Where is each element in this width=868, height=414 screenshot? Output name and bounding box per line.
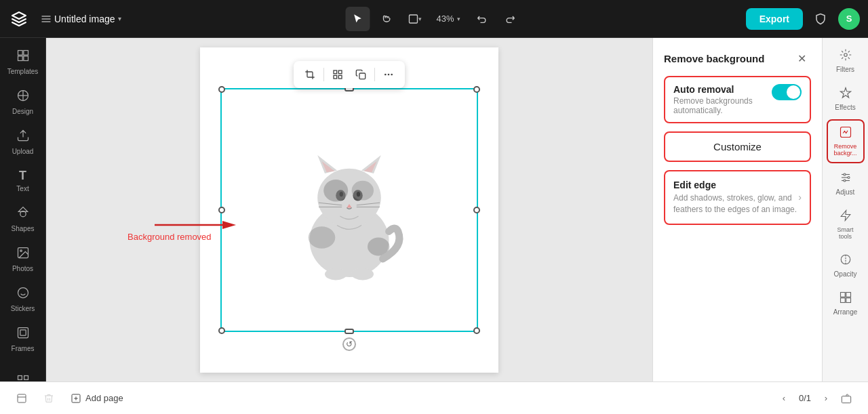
page-navigation: ‹ 0/1 ›: [774, 388, 857, 409]
svg-rect-15: [20, 330, 25, 335]
svg-point-37: [309, 226, 336, 248]
svg-point-40: [352, 268, 374, 280]
arrange-icon: [840, 291, 852, 306]
rib-arrange[interactable]: Arrange: [827, 286, 865, 321]
auto-removal-toggle[interactable]: [772, 84, 802, 100]
delete-button: [38, 388, 60, 409]
design-label: Design: [12, 108, 33, 115]
zoom-arrow: ▾: [457, 16, 460, 22]
auto-removal-subtitle: Remove backgrounds automatically.: [673, 96, 772, 115]
frames-label: Frames: [12, 345, 35, 352]
svg-point-46: [384, 73, 387, 75]
rotate-handle[interactable]: ↺: [342, 337, 356, 351]
left-sidebar: Templates Design Upload T Text: [0, 38, 46, 381]
file-name-button[interactable]: Untitled image ▾: [35, 11, 127, 27]
svg-point-59: [844, 173, 846, 175]
upload-label: Upload: [12, 148, 34, 155]
svg-rect-42: [338, 70, 342, 74]
effects-icon: [840, 87, 852, 102]
app-logo: [8, 8, 30, 30]
user-avatar[interactable]: S: [838, 8, 860, 30]
redo-button[interactable]: [498, 7, 523, 31]
canvas-area: Page 1: [46, 38, 652, 381]
edit-edge-section[interactable]: Edit edge Add shadows, strokes, glow, an…: [664, 170, 811, 225]
svg-rect-14: [18, 328, 28, 338]
add-page-label: Add page: [85, 393, 123, 403]
bottom-left: Add page: [11, 388, 129, 409]
rib-remove-bg[interactable]: Removebackgr...: [827, 119, 865, 163]
frame-tool-button[interactable]: ▾: [402, 7, 427, 31]
more-icon: [16, 374, 30, 381]
crop-button[interactable]: [299, 64, 321, 85]
svg-rect-63: [840, 293, 845, 297]
svg-rect-1: [18, 51, 22, 56]
templates-icon: [16, 49, 30, 66]
stickers-icon: [16, 286, 30, 303]
remove-bg-content: Remove background ✕ Auto removal Remove …: [653, 38, 822, 381]
hand-tool-button[interactable]: [374, 7, 398, 31]
auto-removal-row: Auto removal Remove backgrounds automati…: [664, 76, 811, 123]
next-page-button[interactable]: ›: [816, 389, 835, 408]
svg-rect-2: [23, 51, 28, 56]
svg-rect-16: [18, 376, 22, 380]
rib-adjust[interactable]: Adjust: [827, 166, 865, 201]
sidebar-item-frames[interactable]: Frames: [4, 320, 42, 358]
rib-effects[interactable]: Effects: [827, 81, 865, 117]
sidebar-item-shapes[interactable]: Shapes: [4, 201, 42, 238]
undo-button[interactable]: [470, 7, 494, 31]
export-button[interactable]: Export: [746, 8, 803, 30]
topbar: Untitled image ▾ ▾ 43% ▾: [0, 0, 868, 38]
sidebar-item-upload[interactable]: Upload: [4, 123, 42, 161]
arrange-label: Arrange: [833, 308, 858, 316]
remove-background-panel: Remove background ✕ Auto removal Remove …: [652, 38, 822, 381]
zoom-button[interactable]: 43% ▾: [431, 11, 465, 26]
sidebar-item-more[interactable]: [4, 369, 42, 381]
select-tool-button[interactable]: [345, 7, 370, 31]
svg-point-35: [323, 180, 348, 201]
svg-rect-66: [846, 298, 850, 303]
right-icon-bar: Filters Effects Removebackgr...: [822, 38, 868, 381]
photos-icon: [16, 246, 30, 263]
prev-page-button[interactable]: ‹: [774, 389, 793, 408]
panel-close-button[interactable]: ✕: [792, 49, 811, 68]
svg-rect-17: [24, 376, 28, 380]
customize-button[interactable]: Customize: [664, 131, 811, 162]
toolbar-divider-2: [374, 68, 375, 81]
sidebar-item-stickers[interactable]: Stickers: [4, 281, 42, 318]
add-page-button[interactable]: Add page: [65, 390, 129, 407]
photos-label: Photos: [12, 265, 33, 272]
svg-rect-3: [18, 56, 22, 61]
templates-label: Templates: [7, 68, 39, 75]
annotation-text: Background removed: [127, 232, 212, 242]
svg-point-47: [388, 73, 390, 75]
duplicate-button[interactable]: [350, 64, 372, 85]
svg-point-36: [352, 180, 374, 200]
opacity-label: Opacity: [834, 270, 857, 278]
sidebar-item-text[interactable]: T Text: [4, 163, 42, 198]
svg-rect-65: [840, 298, 845, 303]
shield-button[interactable]: [808, 7, 833, 31]
annotation-text-container: Background removed: [127, 230, 212, 243]
edit-edge-chevron: ›: [798, 192, 802, 203]
rib-opacity[interactable]: Opacity: [827, 248, 865, 283]
float-toolbar: [294, 61, 405, 88]
rib-filters[interactable]: Filters: [827, 43, 865, 79]
file-name-chevron: ▾: [118, 15, 121, 22]
svg-point-10: [20, 250, 21, 252]
remove-bg-icon: [840, 126, 852, 141]
sidebar-item-templates[interactable]: Templates: [4, 43, 42, 81]
svg-rect-43: [334, 75, 337, 79]
page-settings-button[interactable]: [11, 388, 33, 409]
canvas-page[interactable]: ↺: [200, 47, 498, 373]
rib-smart-tools[interactable]: Smarttools: [827, 204, 865, 245]
sidebar-item-photos[interactable]: Photos: [4, 241, 42, 278]
thumbnail-view-button[interactable]: [835, 388, 857, 409]
more-options-button[interactable]: [378, 64, 399, 85]
sidebar-item-design[interactable]: Design: [4, 83, 42, 121]
stickers-label: Stickers: [11, 305, 35, 312]
grid-button[interactable]: [327, 64, 349, 85]
upload-icon: [16, 129, 30, 146]
svg-rect-67: [18, 394, 26, 402]
svg-rect-0: [409, 15, 417, 23]
edit-edge-title: Edit edge: [673, 180, 798, 190]
